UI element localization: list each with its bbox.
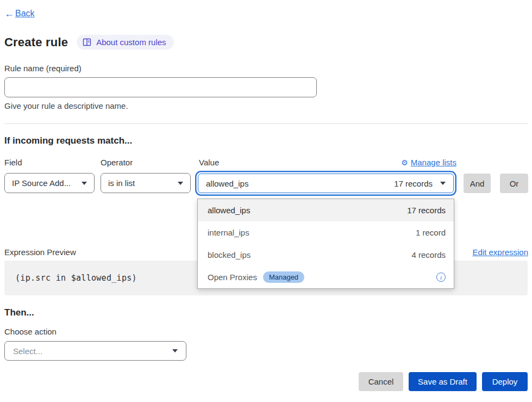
then-section-heading: Then... xyxy=(4,307,34,318)
edit-expression-link[interactable]: Edit expression xyxy=(472,248,528,257)
page-title: Create rule xyxy=(4,35,68,50)
or-button[interactable]: Or xyxy=(500,174,528,193)
back-link-label[interactable]: Back xyxy=(15,9,35,18)
list-option-name: allowed_ips xyxy=(208,206,250,215)
value-select[interactable]: allowed_ips 17 records xyxy=(198,174,454,193)
manage-lists-label[interactable]: Manage lists xyxy=(411,158,456,167)
section-divider xyxy=(4,123,528,124)
list-option-records: 1 record xyxy=(416,228,446,237)
list-option-name: blocked_ips xyxy=(208,250,251,259)
chevron-down-icon xyxy=(172,349,178,352)
managed-badge: Managed xyxy=(263,271,304,283)
list-option-blocked-ips[interactable]: blocked_ips 4 records xyxy=(198,244,454,266)
operator-column-label: Operator xyxy=(101,158,133,167)
back-arrow-icon: ← xyxy=(4,9,14,18)
list-option-records: 17 records xyxy=(407,206,446,215)
field-select[interactable]: IP Source Add... xyxy=(4,173,95,193)
action-select-placeholder: Select... xyxy=(13,347,42,356)
field-column-label: Field xyxy=(4,158,22,167)
cancel-button[interactable]: Cancel xyxy=(359,372,403,391)
list-option-allowed-ips[interactable]: allowed_ips 17 records xyxy=(198,199,454,221)
list-option-internal-ips[interactable]: internal_ips 1 record xyxy=(198,221,454,244)
about-custom-rules-link[interactable]: About custom rules xyxy=(77,35,173,50)
list-option-name: internal_ips xyxy=(208,228,249,237)
chevron-down-icon xyxy=(178,182,183,185)
value-column-label: Value xyxy=(199,158,219,167)
rule-name-label: Rule name (required) xyxy=(4,64,82,73)
gear-icon: ⚙ xyxy=(401,158,408,167)
list-option-name: Open Proxies xyxy=(208,273,257,282)
field-select-value: IP Source Add... xyxy=(12,178,71,188)
and-button[interactable]: And xyxy=(464,174,491,193)
rule-name-input[interactable] xyxy=(4,77,317,97)
back-link[interactable]: ←Back xyxy=(4,9,35,18)
operator-select[interactable]: is in list xyxy=(101,173,191,193)
about-custom-rules-label: About custom rules xyxy=(96,38,166,47)
deploy-button[interactable]: Deploy xyxy=(482,372,528,391)
action-select[interactable]: Select... xyxy=(4,341,186,361)
manage-lists-link[interactable]: ⚙ Manage lists xyxy=(401,158,456,167)
match-section-heading: If incoming requests match... xyxy=(4,135,132,146)
choose-action-label: Choose action xyxy=(4,327,57,336)
save-as-draft-button[interactable]: Save as Draft xyxy=(409,372,477,391)
list-option-open-proxies[interactable]: Open Proxies Managed i xyxy=(198,266,454,288)
expression-preview-label: Expression Preview xyxy=(4,248,76,257)
list-dropdown-menu: allowed_ips 17 records internal_ips 1 re… xyxy=(197,199,454,289)
chevron-down-icon xyxy=(440,182,446,185)
value-select-value: allowed_ips xyxy=(206,179,248,188)
rule-name-helper: Give your rule a descriptive name. xyxy=(4,101,128,110)
list-option-records: 4 records xyxy=(411,250,446,259)
info-icon[interactable]: i xyxy=(436,273,446,282)
book-icon xyxy=(83,38,91,46)
expression-code: (ip.src in $allowed_ips) xyxy=(15,273,137,283)
value-select-meta: 17 records xyxy=(394,179,433,188)
chevron-down-icon xyxy=(82,182,87,185)
operator-select-value: is in list xyxy=(108,178,135,188)
